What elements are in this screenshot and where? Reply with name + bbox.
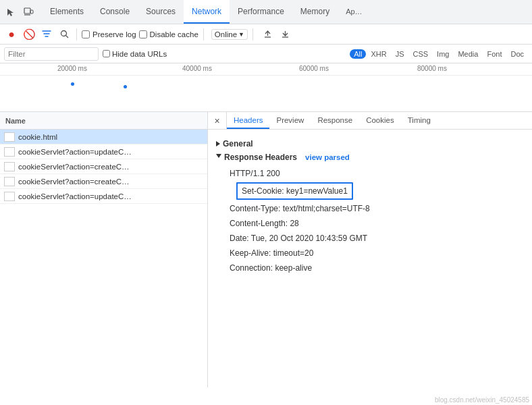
header-row-set-cookie: Set-Cookie: key1=newValue1: [219, 181, 524, 201]
list-item[interactable]: cookie.html: [0, 130, 207, 144]
response-headers-section-header[interactable]: Response Headers view parsed: [216, 153, 524, 162]
header-row-content-type: Content-Type: text/html;charset=UTF-8: [219, 201, 524, 216]
tab-response[interactable]: Response: [311, 112, 359, 129]
timeline-chart: [0, 76, 532, 111]
tab-more[interactable]: Ap…: [338, 0, 370, 24]
list-item[interactable]: cookieServlet?action=createC…: [0, 159, 207, 174]
filter-row: Hide data URLs All XHR JS CSS Img Media …: [0, 45, 532, 63]
filter-type-xhr[interactable]: XHR: [367, 49, 390, 59]
upload-btn[interactable]: [261, 27, 275, 42]
hide-data-urls-toggle[interactable]: Hide data URLs: [103, 50, 167, 58]
filter-type-css[interactable]: CSS: [408, 49, 432, 59]
timeline-tick-40000: 40000 ms: [182, 65, 212, 72]
highlighted-header-value: Set-Cookie: key1=newValue1: [236, 182, 353, 200]
file-icon: [4, 132, 15, 142]
tab-memory[interactable]: Memory: [292, 0, 338, 24]
header-row-connection: Connection: keep-alive: [219, 261, 524, 275]
general-section: General: [216, 139, 524, 148]
filter-type-js[interactable]: JS: [392, 49, 408, 59]
file-icon: [4, 177, 15, 186]
svg-line-4: [65, 36, 68, 38]
list-item[interactable]: cookieServlet?action=updateC…: [0, 189, 207, 204]
tab-console[interactable]: Console: [92, 0, 138, 24]
tab-performance[interactable]: Performance: [230, 0, 292, 24]
response-headers-section: Response Headers view parsed HTTP/1.1 20…: [216, 153, 524, 275]
tab-preview[interactable]: Preview: [269, 112, 311, 129]
file-list-panel: Name cookie.html cookieServlet?action=up…: [0, 112, 208, 387]
download-btn[interactable]: [278, 27, 293, 42]
filter-type-buttons: All XHR JS CSS Img Media Font Doc: [350, 49, 528, 59]
watermark: blog.csdn.net/weixin_45024585: [435, 396, 529, 404]
filter-icon-btn[interactable]: [39, 27, 54, 42]
triangle-open-icon: [216, 154, 221, 161]
filter-type-img[interactable]: Img: [433, 49, 453, 59]
filter-type-media[interactable]: Media: [454, 49, 482, 59]
triangle-icon: [216, 141, 220, 146]
list-item[interactable]: cookieServlet?action=createC…: [0, 174, 207, 189]
disable-cache-checkbox[interactable]: [139, 30, 147, 38]
timeline-tick-60000: 60000 ms: [299, 65, 329, 72]
preserve-log-checkbox[interactable]: [82, 30, 90, 38]
filter-type-font[interactable]: Font: [483, 49, 506, 59]
separator3: [252, 28, 253, 40]
response-header-items: HTTP/1.1 200 Set-Cookie: key1=newValue1 …: [219, 166, 524, 275]
header-row-keep-alive: Keep-Alive: timeout=20: [219, 246, 524, 261]
timeline-tick-20000: 20000 ms: [57, 65, 87, 72]
svg-point-3: [61, 31, 66, 36]
separator1: [76, 28, 77, 40]
timeline-dot-1: [71, 82, 74, 86]
header-row-content-length: Content-Length: 28: [219, 216, 524, 231]
timeline-ruler: 20000 ms 40000 ms 60000 ms 80000 ms: [0, 63, 532, 76]
timeline-area: 20000 ms 40000 ms 60000 ms 80000 ms: [0, 63, 532, 112]
filter-type-doc[interactable]: Doc: [506, 49, 528, 59]
timeline-dot-2: [124, 85, 127, 88]
header-row-date: Date: Tue, 20 Oct 2020 10:43:59 GMT: [219, 231, 524, 246]
close-panel-btn[interactable]: ×: [208, 112, 227, 129]
record-btn[interactable]: ●: [4, 27, 19, 42]
detail-panel: × Headers Preview Response Cookies Timin…: [208, 112, 532, 387]
detail-tabs: × Headers Preview Response Cookies Timin…: [208, 112, 532, 130]
tab-timing[interactable]: Timing: [401, 112, 437, 129]
separator2: [203, 28, 204, 40]
file-icon: [4, 162, 15, 171]
hide-data-urls-checkbox[interactable]: [103, 50, 110, 57]
responsive-icon-btn[interactable]: [20, 4, 36, 20]
tab-network[interactable]: Network: [184, 0, 230, 24]
tab-elements[interactable]: Elements: [42, 0, 92, 24]
timeline-tick-80000: 80000 ms: [417, 65, 447, 72]
pointer-icon-btn[interactable]: [3, 4, 19, 20]
main-content: Name cookie.html cookieServlet?action=up…: [0, 112, 532, 387]
filter-type-all[interactable]: All: [350, 49, 366, 59]
tab-sources[interactable]: Sources: [138, 0, 184, 24]
search-icon-btn[interactable]: [57, 27, 72, 42]
tab-cookies[interactable]: Cookies: [359, 112, 401, 129]
tab-bar: Elements Console Sources Network Perform…: [0, 0, 532, 24]
file-icon: [4, 147, 15, 157]
chevron-down-icon: ▼: [238, 31, 244, 38]
file-list-header: Name: [0, 112, 207, 130]
tab-headers[interactable]: Headers: [227, 112, 269, 129]
list-item[interactable]: cookieServlet?action=updateC…: [0, 144, 207, 159]
preserve-log-toggle[interactable]: Preserve log: [82, 30, 136, 38]
detail-content: General Response Headers view parsed HTT…: [208, 130, 532, 284]
filter-input[interactable]: [4, 47, 99, 61]
block-btn[interactable]: 🚫: [22, 27, 36, 42]
svg-rect-0: [24, 8, 30, 14]
view-parsed-link[interactable]: view parsed: [305, 153, 350, 161]
header-row-status: HTTP/1.1 200: [219, 166, 524, 181]
disable-cache-toggle[interactable]: Disable cache: [139, 30, 198, 38]
file-icon: [4, 192, 15, 201]
toolbar: ● 🚫 Preserve log Disable cache Online ▼: [0, 24, 532, 45]
throttle-select[interactable]: Online ▼: [211, 29, 248, 40]
general-section-header[interactable]: General: [216, 139, 524, 148]
